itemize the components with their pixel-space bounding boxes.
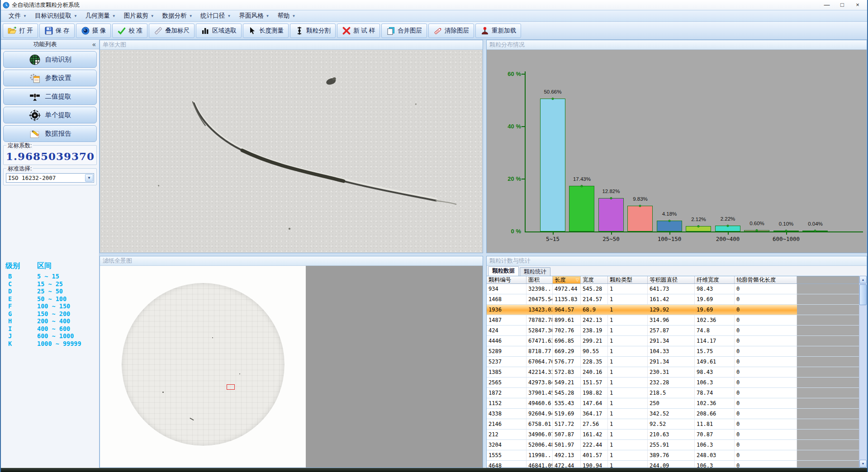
maximize-button[interactable]: □ xyxy=(835,1,850,9)
toolbar-button-new-sample[interactable]: 新 试 样 xyxy=(337,24,380,38)
toolbar-button-save[interactable]: 保 存 xyxy=(39,24,75,38)
menu-item-7[interactable]: 界面风格▼ xyxy=(235,10,274,21)
calibration-groupbox: 定标系数: 1.9685039370 xyxy=(3,145,97,165)
toolbar-button-calibrate-check[interactable]: 校 准 xyxy=(112,24,147,38)
sidebar-button-data-report[interactable]: 数据报告 xyxy=(3,125,97,142)
vertical-splitter[interactable] xyxy=(483,40,486,468)
standard-select[interactable]: ISO 16232-2007 ▼ xyxy=(6,173,94,183)
sidebar-button-binary-extract[interactable]: 二值提取 xyxy=(3,88,97,105)
table-row[interactable]: 320452006.48501.97222.441255.91106.30 xyxy=(487,440,867,450)
sidebar-collapse-button[interactable]: « xyxy=(89,41,99,48)
table-row[interactable]: 93432398...4972.44545.281641.7398.430 xyxy=(487,284,867,294)
cell-颗粒类型: 1 xyxy=(608,305,648,315)
data-report-icon xyxy=(29,128,41,140)
table-row[interactable]: 21234906.07507.87161.421210.6370.870 xyxy=(487,430,867,440)
toolbar-button-region-select[interactable]: 区域选取 xyxy=(196,24,242,38)
sidebar-button-label: 二值提取 xyxy=(45,92,71,101)
toolbar-button-merge-layers[interactable]: 合并图层 xyxy=(381,24,427,38)
table-row[interactable]: 256542973.84549.21151.571232.28106.30 xyxy=(487,378,867,388)
minimize-button[interactable]: — xyxy=(819,1,835,9)
bar-marker-dot xyxy=(639,205,641,207)
cell-filler xyxy=(797,388,867,398)
cell-颗粒类型: 1 xyxy=(608,409,648,419)
menu-item-6[interactable]: 统计口径▼ xyxy=(197,10,235,21)
table-row[interactable]: 464846841.09472.44190.941244.09106.30 xyxy=(487,461,867,467)
chevron-down-icon: ▼ xyxy=(112,14,116,18)
menu-item-3[interactable]: 几何测量▼ xyxy=(81,10,120,21)
table-row[interactable]: 523767064.76576.77228.351291.34149.610 xyxy=(487,357,867,367)
toolbar-button-camera[interactable]: 摄 像 xyxy=(76,24,111,38)
sidebar-button-auto-recognize[interactable]: 自动识别 xyxy=(3,51,97,68)
scroll-up-icon[interactable]: ▲ xyxy=(859,276,867,283)
table-row[interactable]: 146820475.541135.83214.571161.4219.690 xyxy=(487,294,867,305)
chevron-down-icon[interactable]: ▼ xyxy=(85,174,93,182)
tab-颗粒数据[interactable]: 颗粒数据 xyxy=(488,266,519,276)
menu-item-8[interactable]: 帮助▼ xyxy=(273,10,299,21)
table-row[interactable]: 148778782.78899.61242.131314.96102.360 xyxy=(487,315,867,326)
sidebar-buttons: 自动识别参数设置二值提取单个提取数据报告 xyxy=(1,49,99,142)
toolbar-button-label: 区域选取 xyxy=(212,27,237,35)
menu-item-label: 图片裁剪 xyxy=(124,12,148,20)
column-header-纤维宽度[interactable]: 纤维宽度 xyxy=(695,276,735,283)
table-row[interactable]: 433892604.94519.69364.171342.52208.660 xyxy=(487,409,867,419)
table-row[interactable]: 21466758.01517.7227.56192.5211.810 xyxy=(487,419,867,430)
menu-item-2[interactable]: 目标识别提取▼ xyxy=(31,10,81,21)
table-row[interactable]: 52898718.77669.2990.551104.3315.750 xyxy=(487,346,867,357)
single-image-view[interactable] xyxy=(100,50,483,253)
calibration-label: 定标系数: xyxy=(6,142,33,150)
filter-paper-view[interactable] xyxy=(100,266,483,467)
tab-颗粒统计[interactable]: 颗粒统计 xyxy=(520,267,550,276)
scrollbar-thumb[interactable] xyxy=(859,284,867,305)
toolbar-button-clear-layers[interactable]: 清除图层 xyxy=(428,24,474,38)
merge-layers-icon xyxy=(386,26,395,35)
cell-宽度: 242.13 xyxy=(581,315,608,325)
chart-bar-150~200 xyxy=(686,226,711,231)
cell-等积圆直径: 291.34 xyxy=(648,357,695,367)
close-button[interactable]: × xyxy=(850,1,865,9)
menu-item-4[interactable]: 图片裁剪▼ xyxy=(120,10,158,21)
scroll-down-icon[interactable]: ▼ xyxy=(859,460,867,467)
cell-颗粒类型: 1 xyxy=(608,315,648,325)
column-header-颗粒类型[interactable]: 颗粒类型 xyxy=(608,276,648,283)
standard-label: 标准选择: xyxy=(6,165,33,173)
cell-颗粒类型: 1 xyxy=(608,357,648,367)
column-header-filler xyxy=(797,276,867,283)
toolbar-button-open-folder[interactable]: 打 开 xyxy=(3,24,38,38)
table-row[interactable]: 444667471.63696.85299.211291.34114.170 xyxy=(487,336,867,346)
y-tick-mark xyxy=(522,126,525,127)
analysis-column: 颗粒分布情况 0 %20 %40 %60 %50.66%17.43%12.82%… xyxy=(486,40,867,468)
level-row: J600 ~ 1000 xyxy=(5,332,99,340)
column-header-颗料编号[interactable]: 颗料编号 xyxy=(487,276,526,283)
cell-宽度: 68.9 xyxy=(581,305,608,315)
sidebar-button-parameter-settings[interactable]: 参数设置 xyxy=(3,70,97,86)
toolbar-button-ruler-overlay[interactable]: 叠加标尺 xyxy=(149,24,194,38)
table-row[interactable]: 155511998...492.13401.571389.76248.030 xyxy=(487,450,867,461)
table-row[interactable]: 193613423.03964.5768.91129.9219.690 xyxy=(487,305,867,315)
cell-面积: 32398... xyxy=(526,284,553,294)
toolbar-button-particle-split[interactable]: 颗粒分割 xyxy=(290,24,336,38)
cell-轮廓骨骼化长度: 0 xyxy=(735,315,797,325)
menu-item-1[interactable]: 文件▼ xyxy=(5,10,31,21)
column-header-面积[interactable]: 面积 xyxy=(526,276,553,283)
toolbar-button-reload[interactable]: 重新加载 xyxy=(475,24,521,38)
menu-item-5[interactable]: 数据分析▼ xyxy=(158,10,197,21)
level-range: 150 ~ 200 xyxy=(37,310,70,318)
table-scrollbar[interactable]: ▲ ▼ xyxy=(859,276,867,467)
toolbar-button-length-measure[interactable]: 长度测量 xyxy=(243,24,289,38)
column-header-宽度[interactable]: 宽度 xyxy=(581,276,608,283)
column-header-轮廓骨骼化长度[interactable]: 轮廓骨骼化长度 xyxy=(735,276,797,283)
table-row[interactable]: 138542214.33572.83240.161230.3198.430 xyxy=(487,367,867,378)
current-field-marker xyxy=(227,384,235,390)
column-header-等积圆直径[interactable]: 等积圆直径 xyxy=(648,276,695,283)
cell-长度: 549.21 xyxy=(553,378,581,387)
table-row[interactable]: 115249460.6535.43147.641250102.360 xyxy=(487,398,867,409)
table-row[interactable]: 42452847.36702.76238.191257.8774.80 xyxy=(487,326,867,336)
level-range: 25 ~ 50 xyxy=(37,288,63,295)
cell-轮廓骨骼化长度: 0 xyxy=(735,419,797,429)
sidebar-button-single-extract[interactable]: 单个提取 xyxy=(3,107,97,123)
cell-颗料编号: 3204 xyxy=(487,440,526,450)
table-row[interactable]: 187237901.45545.28198.821218.578.740 xyxy=(487,388,867,398)
cell-颗粒类型: 1 xyxy=(608,346,648,356)
column-header-长度[interactable]: 长度▽ xyxy=(553,276,581,283)
cell-轮廓骨骼化长度: 0 xyxy=(735,294,797,304)
